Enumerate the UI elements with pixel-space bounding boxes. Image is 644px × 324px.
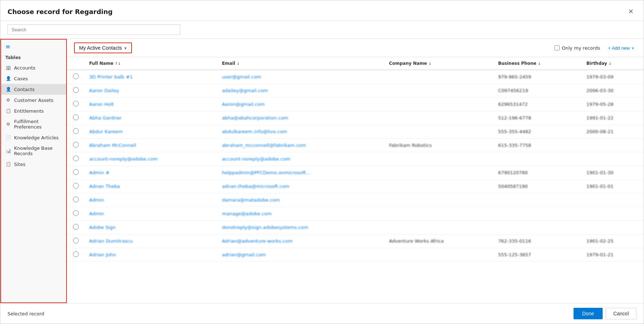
row-phone-cell: 762-335-0116: [494, 234, 582, 248]
birthday-col-header[interactable]: Birthday ↓: [582, 57, 644, 70]
search-input[interactable]: [8, 24, 180, 35]
table-body: 3D Printer balb #1user@gmail.com979-965-…: [67, 70, 644, 262]
row-fullname-cell[interactable]: 3D Printer balb #1: [85, 70, 218, 84]
row-radio-cell[interactable]: [67, 125, 85, 139]
sidebar-item-customer-assets[interactable]: ⚙ Customer Assets: [1, 95, 66, 105]
row-phone-cell: 6296531472: [494, 98, 582, 111]
hamburger-icon[interactable]: ≡: [1, 40, 66, 54]
table-container: Full Name ↑↓ Email ↓: [67, 57, 644, 303]
sidebar-item-cases[interactable]: 👤 Cases: [1, 73, 66, 84]
selected-record-label: Selected record: [8, 311, 44, 316]
close-button[interactable]: ✕: [625, 6, 636, 17]
row-email-cell[interactable]: donotreply@sign.adobesystems.com: [218, 221, 385, 234]
row-birthday-cell: [582, 207, 644, 221]
row-email-cell[interactable]: abdulkareem.info@live.com: [218, 125, 385, 139]
row-email-cell[interactable]: adrian@gmail.com: [218, 248, 385, 262]
sidebar-item-entitlements[interactable]: 📋 Entitlements: [1, 105, 66, 116]
row-fullname-cell[interactable]: Aaron Dailey: [85, 84, 218, 98]
row-radio-cell[interactable]: [67, 180, 85, 193]
row-radio-cell[interactable]: [67, 111, 85, 125]
row-radio-input[interactable]: [73, 251, 79, 257]
row-fullname-cell[interactable]: Abdur Kareem: [85, 125, 218, 139]
row-email-cell[interactable]: account-noreply@adobe.com: [218, 152, 385, 166]
birthday-sort-icon: ↓: [608, 62, 611, 66]
row-fullname-cell[interactable]: Adnan Theba: [85, 180, 218, 193]
fulfillment-preferences-icon: ⚙: [5, 121, 11, 127]
row-phone-cell: [494, 221, 582, 234]
row-fullname-cell[interactable]: Abraham McConnell: [85, 139, 218, 152]
row-email-cell[interactable]: abha@abahcorporation.com: [218, 111, 385, 125]
row-radio-input[interactable]: [73, 238, 79, 243]
choose-record-dialog: Choose record for Regarding ✕ ≡ Tables 🏢…: [0, 0, 644, 324]
sidebar-item-knowledge-base-records[interactable]: 📊 Knowledge Base Records: [1, 143, 66, 159]
row-radio-input[interactable]: [73, 87, 79, 93]
row-fullname-cell[interactable]: Admin: [85, 193, 218, 207]
sidebar-item-accounts[interactable]: 🏢 Accounts: [1, 62, 66, 73]
row-radio-cell[interactable]: [67, 248, 85, 262]
row-company-cell: [385, 111, 494, 125]
row-email-cell[interactable]: adailey@gmail.com: [218, 84, 385, 98]
row-radio-input[interactable]: [73, 197, 79, 202]
sidebar-item-knowledge-articles[interactable]: 📄 Knowledge Articles: [1, 132, 66, 143]
row-email-cell[interactable]: adnan.theba@microsoft.com: [218, 180, 385, 193]
cases-icon: 👤: [5, 76, 11, 81]
add-new-label: + Add new: [608, 45, 630, 51]
row-fullname-cell[interactable]: Adrian Dumitrascu: [85, 234, 218, 248]
row-email-cell[interactable]: Aaron@gmail.com: [218, 98, 385, 111]
row-fullname-cell[interactable]: Admin: [85, 207, 218, 221]
table-row: Adrian Johnadrian@gmail.com555-125-36571…: [67, 248, 644, 262]
view-selector-chevron: ∨: [124, 46, 127, 50]
row-radio-input[interactable]: [73, 142, 79, 148]
email-col-header[interactable]: Email ↓: [218, 57, 385, 70]
row-radio-input[interactable]: [73, 73, 79, 79]
row-radio-cell[interactable]: [67, 139, 85, 152]
row-email-cell[interactable]: manage@adobe.com: [218, 207, 385, 221]
fullname-col-header[interactable]: Full Name ↑↓: [85, 57, 218, 70]
row-email-cell[interactable]: Adrian@adventure-works.com: [218, 234, 385, 248]
row-email-cell[interactable]: damara@matadobe.com: [218, 193, 385, 207]
only-my-records-label[interactable]: Only my records: [554, 45, 600, 51]
row-radio-cell[interactable]: [67, 98, 85, 111]
company-col-header[interactable]: Company Name ↓: [385, 57, 494, 70]
row-birthday-cell: 1979-05-28: [582, 98, 644, 111]
row-company-cell: Fabrikam Robotics: [385, 139, 494, 152]
row-email-cell[interactable]: user@gmail.com: [218, 70, 385, 84]
sidebar-item-fulfillment-preferences[interactable]: ⚙ Fulfillment Preferences: [1, 116, 66, 132]
row-radio-cell[interactable]: [67, 84, 85, 98]
cancel-button[interactable]: Cancel: [606, 308, 636, 319]
row-radio-cell[interactable]: [67, 152, 85, 166]
row-fullname-cell[interactable]: Admin #: [85, 166, 218, 180]
row-radio-input[interactable]: [73, 128, 79, 134]
footer-buttons: Done Cancel: [574, 308, 636, 319]
phone-col-header[interactable]: Business Phone ↓: [494, 57, 582, 70]
row-radio-input[interactable]: [73, 210, 79, 216]
table-row: Adobe Signdonotreply@sign.adobesystems.c…: [67, 221, 644, 234]
row-radio-cell[interactable]: [67, 166, 85, 180]
row-radio-input[interactable]: [73, 114, 79, 120]
row-email-cell[interactable]: abraham_mcconnell@fabrikam.com: [218, 139, 385, 152]
row-radio-cell[interactable]: [67, 70, 85, 84]
view-selector-button[interactable]: My Active Contacts ∨: [74, 42, 132, 53]
dialog-header: Choose record for Regarding ✕: [0, 0, 644, 21]
row-radio-input[interactable]: [73, 101, 79, 107]
row-fullname-cell[interactable]: Adrian John: [85, 248, 218, 262]
row-radio-input[interactable]: [73, 169, 79, 175]
sidebar-item-contacts[interactable]: 👤 Contacts: [1, 84, 66, 95]
sidebar-item-sites[interactable]: 📋 Sites: [1, 159, 66, 170]
row-fullname-cell[interactable]: account-noreply@adobe.com: [85, 152, 218, 166]
row-radio-cell[interactable]: [67, 193, 85, 207]
row-fullname-cell[interactable]: Adobe Sign: [85, 221, 218, 234]
add-new-button[interactable]: + Add new ∨: [606, 44, 636, 52]
row-fullname-cell[interactable]: Aaron Holt: [85, 98, 218, 111]
row-radio-input[interactable]: [73, 183, 79, 189]
row-radio-cell[interactable]: [67, 234, 85, 248]
row-email-cell[interactable]: helppadmin@PFCDemo.onmicrosoft...: [218, 166, 385, 180]
row-radio-input[interactable]: [73, 156, 79, 161]
only-my-records-checkbox[interactable]: [554, 45, 559, 50]
knowledge-articles-icon: 📄: [5, 135, 11, 140]
done-button[interactable]: Done: [574, 308, 603, 319]
row-fullname-cell[interactable]: Abha Gardner: [85, 111, 218, 125]
row-radio-input[interactable]: [73, 224, 79, 230]
row-radio-cell[interactable]: [67, 221, 85, 234]
row-radio-cell[interactable]: [67, 207, 85, 221]
